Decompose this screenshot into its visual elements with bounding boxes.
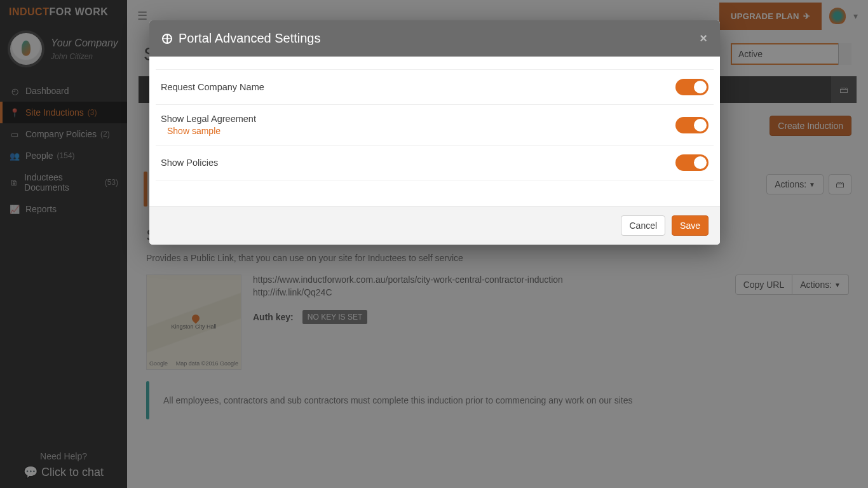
toggle-show-policies[interactable]: [675, 154, 709, 171]
button-label: Cancel: [629, 220, 657, 231]
cancel-button[interactable]: Cancel: [621, 215, 665, 236]
setting-label: Show Legal Agreement: [161, 114, 256, 124]
button-label: Save: [680, 220, 700, 231]
setting-row-legal-agreement: Show Legal Agreement Show sample: [156, 105, 714, 146]
setting-row-show-policies: Show Policies: [156, 146, 714, 180]
modal-header: Portal Advanced Settings ×: [149, 20, 720, 57]
toggle-legal-agreement[interactable]: [675, 117, 709, 133]
modal-body: Request Company Name Show Legal Agreemen…: [149, 57, 720, 206]
toggle-request-company[interactable]: [675, 79, 709, 95]
portal-advanced-settings-modal: Portal Advanced Settings × Request Compa…: [149, 20, 720, 245]
setting-label: Request Company Name: [161, 82, 264, 92]
close-icon[interactable]: ×: [700, 31, 707, 46]
setting-row-request-company: Request Company Name: [156, 69, 714, 105]
modal-footer: Cancel Save: [149, 206, 720, 245]
save-button[interactable]: Save: [672, 215, 709, 236]
modal-title: Portal Advanced Settings: [179, 31, 320, 46]
globe-icon: [162, 34, 172, 44]
setting-label: Show Policies: [161, 158, 218, 168]
show-sample-link[interactable]: Show sample: [167, 126, 256, 136]
